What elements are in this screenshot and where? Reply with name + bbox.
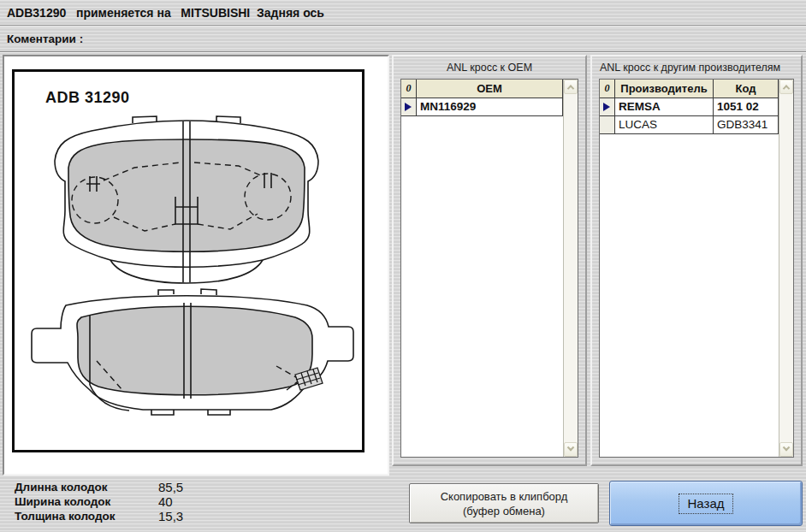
manufacturer-cell[interactable]: LUCAS bbox=[615, 116, 714, 134]
current-row-icon bbox=[603, 103, 610, 111]
part-number-label: ADB 31290 bbox=[45, 89, 130, 107]
cross-panel-caption: ANL кросс к другим производителям bbox=[592, 59, 801, 76]
cross-grid: 0 Производитель Код REMSA 1051 02 LUCAS … bbox=[599, 79, 794, 458]
pad-width-value: 40 bbox=[158, 494, 173, 509]
table-row[interactable]: LUCAS GDB3341 bbox=[600, 116, 779, 134]
dimension-row: Толщина колодок 15,3 bbox=[15, 509, 183, 523]
pad-width-label: Ширина колодок bbox=[15, 495, 158, 508]
dimension-row: Ширина колодок 40 bbox=[15, 494, 183, 509]
table-row[interactable]: REMSA 1051 02 bbox=[600, 98, 779, 116]
window-title: ADB31290 применяется на MITSUBISHI Задня… bbox=[7, 6, 324, 20]
chevron-down-icon bbox=[783, 443, 790, 450]
title-bar: ADB31290 применяется на MITSUBISHI Задня… bbox=[0, 0, 806, 26]
row-indicator-cell bbox=[600, 98, 615, 116]
oem-grid: 0 OEM MN116929 bbox=[400, 79, 578, 458]
back-button-label: Назад bbox=[679, 494, 734, 514]
oem-cross-panel: ANL кросс к OEM 0 OEM MN116929 bbox=[392, 55, 587, 466]
oem-panel-caption: ANL кросс к OEM bbox=[394, 59, 585, 76]
scroll-up-button[interactable] bbox=[564, 80, 578, 94]
scroll-down-button[interactable] bbox=[564, 442, 578, 457]
manufacturer-column-header[interactable]: Производитель bbox=[615, 80, 714, 98]
chevron-up-icon bbox=[567, 85, 574, 92]
manufacturer-cross-panel: ANL кросс к другим производителям 0 Прои… bbox=[590, 55, 803, 466]
oem-grid-header: 0 OEM bbox=[401, 80, 563, 98]
scroll-down-button[interactable] bbox=[779, 442, 793, 457]
pad-thickness-label: Толщина колодок bbox=[15, 510, 158, 523]
back-button[interactable]: Назад bbox=[609, 481, 803, 526]
manufacturer-cell[interactable]: REMSA bbox=[615, 98, 714, 116]
oem-number-cell[interactable]: MN116929 bbox=[417, 98, 563, 116]
chevron-up-icon bbox=[783, 85, 790, 92]
oem-column-header[interactable]: OEM bbox=[417, 80, 563, 98]
dimension-row: Длинна колодок 85,5 bbox=[15, 480, 183, 494]
row-indicator-cell bbox=[401, 98, 417, 116]
chevron-down-icon bbox=[567, 443, 574, 450]
copy-to-clipboard-button[interactable]: Скопировать в клипборд (буфер обмена) bbox=[409, 483, 599, 523]
copy-button-line2: (буфер обмена) bbox=[463, 504, 545, 518]
code-cell[interactable]: GDB3341 bbox=[714, 116, 779, 134]
application-window: ADB31290 применяется на MITSUBISHI Задня… bbox=[0, 0, 806, 532]
comments-bar: Коментарии : bbox=[0, 27, 806, 52]
part-drawing-frame: ADB 31290 bbox=[12, 69, 364, 452]
cross-grid-header: 0 Производитель Код bbox=[600, 80, 779, 98]
cross-grid-scrollbar[interactable] bbox=[779, 80, 793, 457]
pad-length-value: 85,5 bbox=[158, 480, 183, 494]
current-row-icon bbox=[405, 103, 412, 111]
oem-grid-scrollbar[interactable] bbox=[563, 80, 578, 457]
pad-dimensions: Длинна колодок 85,5 Ширина колодок 40 То… bbox=[15, 480, 183, 523]
row-indicator-cell bbox=[600, 116, 615, 134]
part-image-panel: ADB 31290 bbox=[3, 55, 389, 476]
brake-pad-drawing-icon bbox=[15, 72, 362, 450]
code-cell[interactable]: 1051 02 bbox=[714, 98, 779, 116]
oem-indicator-column-header: 0 bbox=[401, 80, 417, 98]
pad-length-label: Длинна колодок bbox=[15, 481, 158, 494]
pad-thickness-value: 15,3 bbox=[158, 509, 183, 523]
oem-grid-empty-area bbox=[401, 116, 563, 457]
code-column-header[interactable]: Код bbox=[714, 80, 779, 98]
comments-label: Коментарии : bbox=[7, 33, 83, 45]
cross-indicator-column-header: 0 bbox=[600, 80, 615, 98]
scroll-up-button[interactable] bbox=[779, 80, 793, 94]
table-row[interactable]: MN116929 bbox=[401, 98, 563, 116]
copy-button-line1: Скопировать в клипборд bbox=[441, 489, 568, 504]
cross-grid-empty-area bbox=[600, 134, 779, 457]
